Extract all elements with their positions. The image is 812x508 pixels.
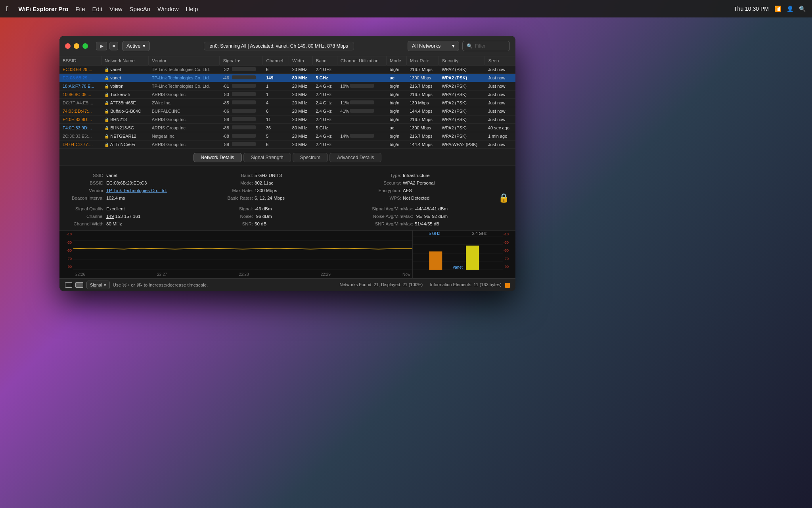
detail-beacon-row: Beacon Interval: 102.4 ms bbox=[69, 196, 209, 200]
cell-maxrate: 130 Mbps bbox=[406, 99, 439, 107]
wps-value: Not Detected bbox=[403, 196, 429, 200]
cell-channel: 6 bbox=[263, 107, 289, 115]
info-elements: Information Elements: 11 (163 bytes) bbox=[430, 282, 501, 287]
table-row[interactable]: D4:04:CD:77:... 🔒 ATTnNCe6Fi ARRIS Group… bbox=[59, 140, 515, 149]
cell-signal: -83 bbox=[220, 90, 263, 99]
snr-label: SNR: bbox=[217, 221, 253, 226]
cell-ssid: 🔒 Buffalo-G-B04C bbox=[101, 107, 149, 115]
col-band[interactable]: Band bbox=[312, 56, 337, 65]
cell-band: 5 GHz bbox=[312, 74, 337, 82]
signal-dropdown[interactable]: Signal ▾ bbox=[86, 281, 110, 289]
cell-security: WPA2 (PSK) bbox=[439, 65, 485, 74]
minimize-button[interactable] bbox=[74, 43, 79, 49]
table-row[interactable]: EC:08:6B:29:... 🔒 vanet TP-Link Technolo… bbox=[59, 65, 515, 74]
beacon-value: 102.4 ms bbox=[106, 196, 125, 200]
col-bssid[interactable]: BSSID bbox=[59, 56, 101, 65]
cell-bssid: EC:08:6B:29:... bbox=[59, 65, 101, 74]
active-dropdown[interactable]: Active ▾ bbox=[122, 41, 150, 51]
table-row[interactable]: 2C:30:33:E5:... 🔒 NETGEAR12 Netgear Inc.… bbox=[59, 132, 515, 140]
tab-signal-strength[interactable]: Signal Strength bbox=[243, 153, 291, 162]
cell-ssid: 🔒 voltron bbox=[101, 82, 149, 90]
view-toggle-grid[interactable] bbox=[75, 282, 83, 288]
cell-bssid: DC:7F:A4:E5:... bbox=[59, 99, 101, 107]
cell-maxrate: 216.7 Mbps bbox=[406, 115, 439, 124]
tab-network-details[interactable]: Network Details bbox=[193, 153, 242, 162]
table-row[interactable]: F4:0E:83:9D:... 🔒 BHN213 ARRIS Group Inc… bbox=[59, 115, 515, 124]
cell-util bbox=[337, 124, 386, 132]
table-row[interactable]: F4:0E:83:9D:... 🔒 BHN213-5G ARRIS Group … bbox=[59, 124, 515, 132]
cell-signal: -46 bbox=[220, 74, 263, 82]
tab-advanced-details[interactable]: Advanced Details bbox=[329, 153, 381, 162]
cell-maxrate: 144.4 Mbps bbox=[406, 140, 439, 149]
vendor-value[interactable]: TP-Link Technologies Co. Ltd. bbox=[106, 188, 167, 193]
networks-info: Networks Found: 21, Displayed: 21 (100%) bbox=[339, 282, 423, 287]
signal-dropdown-arrow: ▾ bbox=[104, 283, 106, 288]
col-util[interactable]: Channel Utilization bbox=[337, 56, 386, 65]
apple-menu-icon[interactable]:  bbox=[6, 5, 9, 13]
channel-label: Channel: bbox=[69, 214, 105, 219]
menu-specan[interactable]: SpecAn bbox=[130, 6, 151, 12]
cell-security: WPA2 (PSK) bbox=[439, 82, 485, 90]
menubar-clock: Thu 10:30 PM bbox=[734, 6, 769, 12]
cell-signal: -88 bbox=[220, 115, 263, 124]
col-channel[interactable]: Channel bbox=[263, 56, 289, 65]
bottom-bar: Signal ▾ Use ⌘+ or ⌘- to increase/decrea… bbox=[59, 278, 515, 291]
col-security[interactable]: Security bbox=[439, 56, 485, 65]
cell-security: WPA2 (PSK) bbox=[439, 74, 485, 82]
encryption-label: Encryption: bbox=[366, 188, 401, 193]
menu-window[interactable]: Window bbox=[157, 6, 178, 12]
cell-seen: Just now bbox=[485, 140, 515, 149]
cell-util: 18% bbox=[337, 82, 386, 90]
cell-ssid: 🔒 NETGEAR12 bbox=[101, 132, 149, 140]
network-filter-dropdown[interactable]: All Networks ▾ bbox=[408, 41, 459, 51]
sigavg-value: -44/-48/-41 dBm bbox=[415, 206, 448, 211]
lock-icon: 🔒 bbox=[104, 84, 109, 89]
cell-width: 20 MHz bbox=[289, 82, 312, 90]
menu-help[interactable]: Help bbox=[186, 6, 198, 12]
app-name[interactable]: WiFi Explorer Pro bbox=[19, 6, 69, 12]
table-row[interactable]: 10:86:8C:08:... 🔒 Tuckerwifi ARRIS Group… bbox=[59, 90, 515, 99]
cell-maxrate: 216.7 Mbps bbox=[406, 82, 439, 90]
view-toggle-list[interactable] bbox=[65, 282, 72, 288]
lock-icon: 🔒 bbox=[498, 193, 509, 203]
cell-ssid: 🔒 BHN213 bbox=[101, 115, 149, 124]
table-row[interactable]: 18:A6:F7:78:E... 🔒 voltron TP-Link Techn… bbox=[59, 82, 515, 90]
table-row[interactable]: EC:08:6B:29:... 🔒 vanet TP-Link Technolo… bbox=[59, 74, 515, 82]
detail-signal-row: Signal: -46 dBm bbox=[217, 206, 358, 211]
cell-signal: -88 bbox=[220, 124, 263, 132]
signal-value: -46 dBm bbox=[255, 206, 272, 211]
cell-signal: -86 bbox=[220, 107, 263, 115]
table-row[interactable]: 74:03:BD:47:... 🔒 Buffalo-G-B04C BUFFALO… bbox=[59, 107, 515, 115]
type-label: Type: bbox=[366, 173, 401, 178]
tab-spectrum[interactable]: Spectrum bbox=[293, 153, 328, 162]
col-signal[interactable]: Signal ▼ bbox=[220, 56, 263, 65]
cell-band: 2.4 GHz bbox=[312, 115, 337, 124]
menubar-search-icon[interactable]: 🔍 bbox=[799, 6, 806, 12]
col-maxrate[interactable]: Max Rate bbox=[406, 56, 439, 65]
filter-input[interactable]: 🔍 Filter bbox=[462, 41, 510, 51]
bssid-value: EC:08:6B:29:ED:C3 bbox=[106, 181, 147, 185]
cell-mode: b/g/n bbox=[387, 140, 406, 149]
ssid-value: vanet bbox=[106, 173, 117, 178]
cell-width: 80 MHz bbox=[289, 124, 312, 132]
cell-util bbox=[337, 74, 386, 82]
play-button[interactable]: ▶ bbox=[96, 42, 107, 50]
col-width[interactable]: Width bbox=[289, 56, 312, 65]
close-button[interactable] bbox=[65, 43, 71, 49]
snravg-label: SNR Avg/Min/Max: bbox=[366, 221, 413, 226]
maximize-button[interactable] bbox=[82, 43, 88, 49]
col-network-name[interactable]: Network Name bbox=[101, 56, 149, 65]
snr-value: 50 dB bbox=[255, 221, 266, 226]
titlebar-right: All Networks ▾ 🔍 Filter bbox=[408, 41, 510, 51]
cell-bssid: 18:A6:F7:78:E... bbox=[59, 82, 101, 90]
col-seen[interactable]: Seen bbox=[485, 56, 515, 65]
menu-view[interactable]: View bbox=[109, 6, 122, 12]
cell-maxrate: 216.7 Mbps bbox=[406, 65, 439, 74]
stop-button[interactable]: ■ bbox=[109, 42, 118, 50]
menu-edit[interactable]: Edit bbox=[92, 6, 102, 12]
col-vendor[interactable]: Vendor bbox=[149, 56, 220, 65]
col-mode[interactable]: Mode bbox=[387, 56, 406, 65]
cell-band: 5 GHz bbox=[312, 124, 337, 132]
table-row[interactable]: DC:7F:A4:E5:... 🔒 ATT3Bmf65E 2Wire Inc. … bbox=[59, 99, 515, 107]
menu-file[interactable]: File bbox=[75, 6, 85, 12]
